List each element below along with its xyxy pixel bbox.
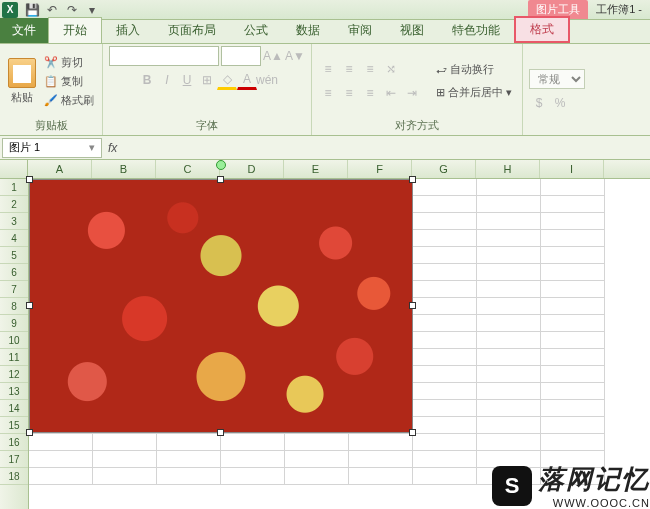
watermark-text: 落网记忆 <box>538 462 650 497</box>
decrease-font-icon[interactable]: A▼ <box>285 46 305 66</box>
row-header[interactable]: 14 <box>0 400 28 417</box>
merge-center-button[interactable]: ⊞合并后居中▾ <box>432 83 516 102</box>
chevron-down-icon: ▾ <box>89 141 95 154</box>
resize-handle-mr[interactable] <box>409 302 416 309</box>
increase-indent-icon[interactable]: ⇥ <box>402 83 422 103</box>
font-color-button[interactable]: A <box>237 70 257 90</box>
align-bottom-icon[interactable]: ≡ <box>360 59 380 79</box>
col-header[interactable]: F <box>348 160 412 178</box>
tab-review[interactable]: 审阅 <box>334 18 386 43</box>
paste-icon <box>8 58 36 88</box>
align-center-icon[interactable]: ≡ <box>339 83 359 103</box>
column-headers: A B C D E F G H I <box>0 160 650 179</box>
row-header[interactable]: 16 <box>0 434 28 451</box>
underline-button[interactable]: U <box>177 70 197 90</box>
tab-file[interactable]: 文件 <box>0 18 48 43</box>
row-header[interactable]: 15 <box>0 417 28 434</box>
col-header[interactable]: G <box>412 160 476 178</box>
tab-special[interactable]: 特色功能 <box>438 18 514 43</box>
copy-button[interactable]: 📋复制 <box>42 73 96 90</box>
row-header[interactable]: 18 <box>0 468 28 485</box>
row-header[interactable]: 9 <box>0 315 28 332</box>
tab-data[interactable]: 数据 <box>282 18 334 43</box>
tab-formulas[interactable]: 公式 <box>230 18 282 43</box>
ribbon-tabs: 文件 开始 插入 页面布局 公式 数据 审阅 视图 特色功能 格式 <box>0 20 650 44</box>
save-icon[interactable]: 💾 <box>23 2 41 18</box>
tab-home[interactable]: 开始 <box>48 17 102 43</box>
align-middle-icon[interactable]: ≡ <box>339 59 359 79</box>
col-header[interactable]: D <box>220 160 284 178</box>
row-header[interactable]: 1 <box>0 179 28 196</box>
group-alignment-label: 对齐方式 <box>318 116 516 135</box>
tab-insert[interactable]: 插入 <box>102 18 154 43</box>
brush-icon: 🖌️ <box>44 93 58 107</box>
paste-label: 粘贴 <box>11 90 33 105</box>
group-clipboard-label: 剪贴板 <box>6 116 96 135</box>
phonetic-button[interactable]: wén <box>257 70 277 90</box>
tab-page-layout[interactable]: 页面布局 <box>154 18 230 43</box>
resize-handle-bm[interactable] <box>217 429 224 436</box>
redo-icon[interactable]: ↷ <box>63 2 81 18</box>
decrease-indent-icon[interactable]: ⇤ <box>381 83 401 103</box>
row-header[interactable]: 5 <box>0 247 28 264</box>
resize-handle-ml[interactable] <box>26 302 33 309</box>
embedded-picture[interactable] <box>29 179 413 433</box>
row-header[interactable]: 12 <box>0 366 28 383</box>
percent-icon[interactable]: % <box>550 93 570 113</box>
border-button[interactable]: ⊞ <box>197 70 217 90</box>
row-header[interactable]: 11 <box>0 349 28 366</box>
cells-area[interactable] <box>29 179 650 509</box>
number-format-select[interactable]: 常规 <box>529 69 585 89</box>
resize-handle-br[interactable] <box>409 429 416 436</box>
col-header[interactable]: H <box>476 160 540 178</box>
currency-icon[interactable]: $ <box>529 93 549 113</box>
select-all-corner[interactable] <box>0 160 28 178</box>
align-left-icon[interactable]: ≡ <box>318 83 338 103</box>
font-size-select[interactable] <box>221 46 261 66</box>
chevron-down-icon: ▾ <box>506 86 512 99</box>
resize-handle-tl[interactable] <box>26 176 33 183</box>
fx-icon[interactable]: fx <box>108 141 117 155</box>
cut-button[interactable]: ✂️剪切 <box>42 54 96 71</box>
row-header[interactable]: 2 <box>0 196 28 213</box>
spreadsheet-grid: A B C D E F G H I 1 2 3 4 5 6 7 8 9 10 1… <box>0 160 650 509</box>
resize-handle-tr[interactable] <box>409 176 416 183</box>
paste-button[interactable]: 粘贴 <box>6 58 38 105</box>
italic-button[interactable]: I <box>157 70 177 90</box>
font-family-select[interactable] <box>109 46 219 66</box>
workbook-title: 工作簿1 - <box>590 2 648 17</box>
row-header[interactable]: 4 <box>0 230 28 247</box>
col-header[interactable]: B <box>92 160 156 178</box>
tab-view[interactable]: 视图 <box>386 18 438 43</box>
app-icon[interactable]: X <box>2 2 18 18</box>
col-header[interactable]: C <box>156 160 220 178</box>
watermark-url: WWW.OOOC.CN <box>553 497 650 509</box>
row-header[interactable]: 7 <box>0 281 28 298</box>
orientation-icon[interactable]: ⤭ <box>381 59 401 79</box>
qat-dropdown-icon[interactable]: ▾ <box>83 2 101 18</box>
col-header[interactable]: A <box>28 160 92 178</box>
col-header[interactable]: I <box>540 160 604 178</box>
wrap-text-button[interactable]: ⮐自动换行 <box>432 60 516 79</box>
rotate-handle[interactable] <box>216 160 226 170</box>
bold-button[interactable]: B <box>137 70 157 90</box>
group-clipboard: 粘贴 ✂️剪切 📋复制 🖌️格式刷 剪贴板 <box>0 44 103 135</box>
increase-font-icon[interactable]: A▲ <box>263 46 283 66</box>
format-painter-button[interactable]: 🖌️格式刷 <box>42 92 96 109</box>
resize-handle-bl[interactable] <box>26 429 33 436</box>
align-right-icon[interactable]: ≡ <box>360 83 380 103</box>
resize-handle-tm[interactable] <box>217 176 224 183</box>
undo-icon[interactable]: ↶ <box>43 2 61 18</box>
row-header[interactable]: 8 <box>0 298 28 315</box>
row-header[interactable]: 17 <box>0 451 28 468</box>
watermark-icon: S <box>492 466 532 506</box>
tab-format[interactable]: 格式 <box>514 16 570 43</box>
fill-color-button[interactable]: ◇ <box>217 70 237 90</box>
row-header[interactable]: 6 <box>0 264 28 281</box>
col-header[interactable]: E <box>284 160 348 178</box>
row-header[interactable]: 13 <box>0 383 28 400</box>
row-header[interactable]: 10 <box>0 332 28 349</box>
align-top-icon[interactable]: ≡ <box>318 59 338 79</box>
row-header[interactable]: 3 <box>0 213 28 230</box>
name-box[interactable]: 图片 1 ▾ <box>2 138 102 158</box>
